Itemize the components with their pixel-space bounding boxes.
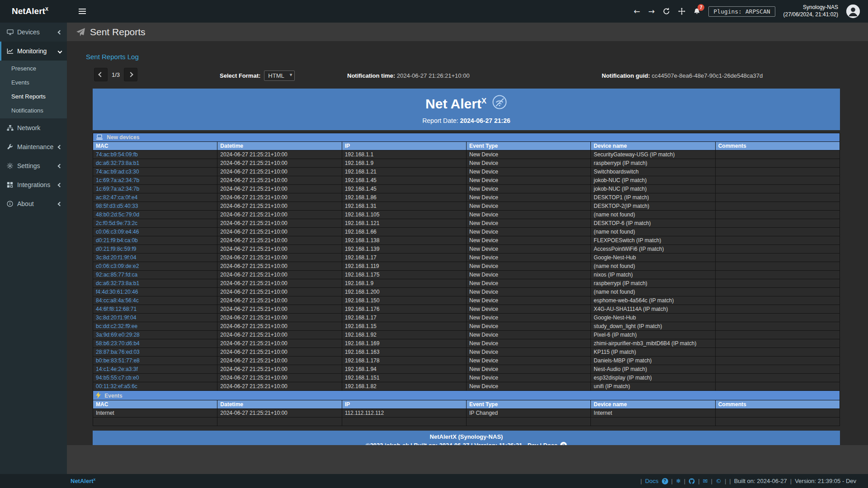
mac-cell[interactable]: d0:21:f9:b4:ca:0b xyxy=(93,236,217,245)
sidebar-item-maintenance[interactable]: Maintenance xyxy=(0,137,67,156)
table-row: 3a:9d:69:e0:29:282024-06-27 21:25:21+10:… xyxy=(93,331,840,339)
docs-question-icon[interactable]: ? xyxy=(662,478,668,484)
datetime-cell: 2024-06-27 21:25:21+10:00 xyxy=(217,159,342,168)
mac-cell[interactable]: 3c:8d:20:f1:9f:04 xyxy=(93,253,217,262)
mac-cell[interactable]: 48:b0:2d:5c:79:0d xyxy=(93,211,217,219)
mac-cell[interactable]: 14:c1:4e:2e:a3:3f xyxy=(93,365,217,374)
sidebar-item-events[interactable]: Events xyxy=(0,75,67,89)
app-logo[interactable]: NetAlertX xyxy=(0,6,67,16)
event-type-cell: New Device xyxy=(466,348,590,357)
datetime-cell: 2024-06-27 21:25:21+10:00 xyxy=(217,331,342,339)
sidebar-toggle-icon[interactable] xyxy=(79,9,86,14)
mac-cell[interactable]: bc:dd:c2:32:f9:ee xyxy=(93,322,217,331)
mac-cell[interactable]: 00:11:32:ef:a5:6c xyxy=(93,382,217,391)
mac-cell[interactable]: 94:b5:55:c7:cb:e0 xyxy=(93,374,217,382)
forward-arrow-icon[interactable]: → xyxy=(648,8,655,15)
snowflake-icon[interactable]: ❄ xyxy=(676,478,681,484)
table-row: 94:b5:55:c7:cb:e02024-06-27 21:25:21+10:… xyxy=(93,374,840,382)
table-row: 98:5f:d3:d5:40:332024-06-27 21:25:21+10:… xyxy=(93,202,840,211)
mac-cell[interactable]: d0:21:f9:8c:59:f9 xyxy=(93,245,217,253)
sidebar-item-devices[interactable]: Devices xyxy=(0,23,67,42)
sidebar-item-presence[interactable]: Presence xyxy=(0,61,67,75)
mac-cell[interactable]: c0:06:c3:09:e4:46 xyxy=(93,228,217,236)
copyright-icon[interactable]: © xyxy=(716,478,722,484)
comments-cell xyxy=(715,305,840,314)
device-name-cell: DESKTOP-6 (IP match) xyxy=(591,219,715,228)
comments-cell xyxy=(715,219,840,228)
device-name-cell: jokob-NUC (IP match) xyxy=(591,185,715,193)
column-header-row: MACDatetimeIPEvent TypeDevice nameCommen… xyxy=(93,142,840,150)
column-header: Comments xyxy=(715,400,840,409)
mac-cell[interactable]: b0:be:83:51:77:e8 xyxy=(93,357,217,365)
ip-cell: 192.168.1.119 xyxy=(342,262,466,271)
mac-cell[interactable]: 3a:9d:69:e0:29:28 xyxy=(93,331,217,339)
user-avatar[interactable] xyxy=(846,5,860,18)
mail-icon[interactable]: ✉ xyxy=(703,478,708,484)
ip-cell: 192.168.1.17 xyxy=(342,314,466,322)
datetime-cell: 2024-06-27 21:25:21+10:00 xyxy=(217,185,342,193)
table-row: 1c:69:7a:a2:34:7b2024-06-27 21:25:21+10:… xyxy=(93,185,840,193)
mac-cell[interactable]: 1c:69:7a:a2:34:7b xyxy=(93,176,217,185)
event-type-cell: New Device xyxy=(466,339,590,348)
mac-cell[interactable]: 92:ac:85:77:fd:ca xyxy=(93,271,217,279)
comments-cell xyxy=(715,245,840,253)
mac-cell[interactable]: 74:ac:b9:54:09:fb xyxy=(93,150,217,159)
refresh-icon[interactable] xyxy=(663,8,670,15)
sidebar-item-settings[interactable]: Settings xyxy=(0,156,67,175)
sidebar-item-monitoring[interactable]: Monitoring xyxy=(0,42,67,61)
event-type-cell: New Device xyxy=(466,211,590,219)
mac-cell[interactable]: 74:ac:b9:ad:c3:30 xyxy=(93,168,217,176)
move-icon[interactable] xyxy=(678,8,685,15)
notifications-bell-icon[interactable]: 7 xyxy=(693,8,700,15)
device-name-cell: jokob-NUC (IP match) xyxy=(591,176,715,185)
plugins-status-button[interactable]: Plugins: ARPSCAN xyxy=(708,6,775,17)
format-select[interactable]: HTML xyxy=(264,70,295,81)
device-name-cell: DESKTOP-2(IP match) xyxy=(591,202,715,211)
mac-cell[interactable]: c0:06:c3:09:de:e2 xyxy=(93,262,217,271)
mac-cell[interactable]: 98:5f:d3:d5:40:33 xyxy=(93,202,217,211)
sidebar-item-about[interactable]: About xyxy=(0,194,67,213)
table-row: 1c:69:7a:a2:34:7b2024-06-27 21:25:21+10:… xyxy=(93,176,840,185)
mac-cell[interactable]: dc:a6:32:73:8a:b1 xyxy=(93,159,217,168)
ip-cell: 192.168.1.31 xyxy=(342,202,466,211)
sidebar-item-network[interactable]: Network xyxy=(0,118,67,137)
prev-page-button[interactable] xyxy=(94,68,108,81)
tab-sent-reports-log[interactable]: Sent Reports Log xyxy=(67,41,139,61)
sidebar-item-notifications[interactable]: Notifications xyxy=(0,103,67,117)
mac-cell[interactable]: dc:a6:32:73:8a:b1 xyxy=(93,279,217,288)
footer-links: | Docs ? | ❄ | | ✉ | © | | Built on: 202… xyxy=(640,478,856,484)
device-name-cell: Pixel-6 (IP match) xyxy=(591,331,715,339)
mac-cell[interactable]: 84:cc:a8:4a:56:4c xyxy=(93,296,217,305)
table-row: Internet2024-06-27 21:25:21+10:00112.112… xyxy=(93,409,840,418)
content-header: Sent Reports xyxy=(67,23,868,41)
sidebar-item-integrations[interactable]: Integrations xyxy=(0,175,67,194)
host-datetime: (27/06/2024, 21:41:02) xyxy=(783,11,838,19)
github-icon[interactable] xyxy=(689,478,695,484)
mac-cell[interactable]: 2c:f0:5d:9e:73:2c xyxy=(93,219,217,228)
mac-cell[interactable]: ac:82:47:ca:0f:e4 xyxy=(93,193,217,202)
footer-brand-link[interactable]: NetAlertX xyxy=(71,478,95,484)
mac-cell[interactable]: f4:4d:30:61:20:46 xyxy=(93,288,217,296)
help-question-icon[interactable]: ? xyxy=(560,442,567,445)
ip-cell: 112.112.112.112 xyxy=(342,409,466,418)
mac-cell[interactable]: 28:87:ba:76:ed:03 xyxy=(93,348,217,357)
comments-cell xyxy=(715,236,840,245)
datetime-cell: 2024-06-27 21:25:21+10:00 xyxy=(217,176,342,185)
mac-cell[interactable]: 1c:69:7a:a2:34:7b xyxy=(93,185,217,193)
table-row: dc:a6:32:73:8a:b12024-06-27 21:25:21+10:… xyxy=(93,159,840,168)
ip-cell: 192.168.1.92 xyxy=(342,331,466,339)
column-header: Datetime xyxy=(217,142,342,150)
section-title: Events xyxy=(93,391,840,400)
mac-cell[interactable]: 3c:8d:20:f1:9f:04 xyxy=(93,314,217,322)
notification-count-badge: 7 xyxy=(698,4,704,11)
comments-cell xyxy=(715,262,840,271)
mac-cell[interactable]: 58:b6:23:70:d6:b4 xyxy=(93,339,217,348)
sidebar-item-sent-reports[interactable]: Sent Reports xyxy=(0,89,67,103)
docs-link[interactable]: Docs xyxy=(645,478,659,484)
format-select-wrap: HTML xyxy=(264,70,295,81)
comments-cell xyxy=(715,296,840,305)
next-page-button[interactable] xyxy=(124,68,137,81)
mac-cell[interactable]: 44:6f:f8:12:68:71 xyxy=(93,305,217,314)
column-header: Event Type xyxy=(466,400,590,409)
back-arrow-icon[interactable]: ← xyxy=(634,8,640,15)
